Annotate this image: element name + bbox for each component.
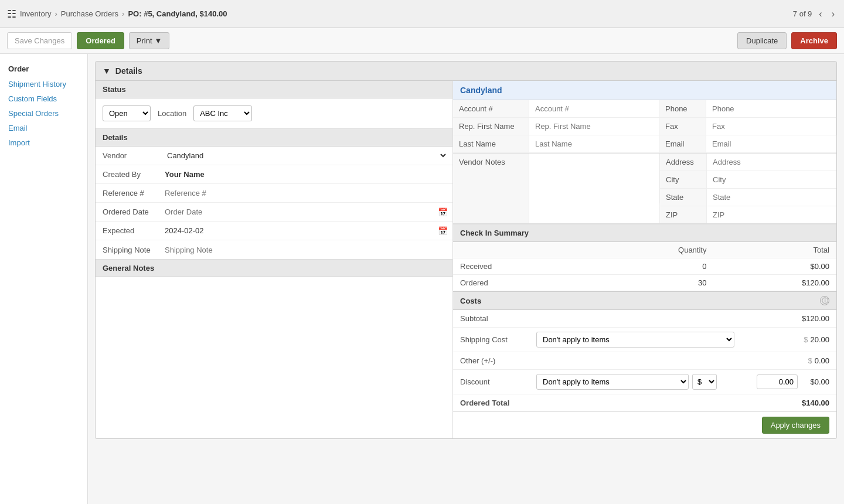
discount-type-select[interactable]: $ % bbox=[692, 374, 717, 390]
fax-label: Fax bbox=[659, 118, 706, 135]
address-section: Address City bbox=[659, 154, 836, 223]
state-input[interactable] bbox=[713, 193, 811, 202]
subtotal-row: Subtotal $120.00 bbox=[453, 310, 836, 328]
discount-controls-cell: Don't apply to items Apply to items $ % bbox=[529, 370, 741, 394]
sidebar-item-shipment-history[interactable]: Shipment History bbox=[0, 77, 87, 91]
other-spacer bbox=[529, 352, 741, 370]
shipping-amount: 20.00 bbox=[810, 335, 829, 344]
nav-prev-button[interactable]: ‹ bbox=[816, 8, 824, 21]
shipping-note-row: Shipping Note bbox=[96, 240, 452, 259]
shipping-amount-cell: $ 20.00 bbox=[741, 328, 836, 352]
save-changes-button[interactable]: Save Changes bbox=[7, 32, 72, 49]
lastname-value bbox=[529, 135, 659, 153]
sidebar-item-email[interactable]: Email bbox=[0, 121, 87, 135]
top-bar: ☷ Inventory › Purchase Orders › PO: #5, … bbox=[0, 0, 844, 28]
checkin-ordered-quantity: 30 bbox=[588, 275, 714, 291]
rep-firstname-input[interactable] bbox=[535, 122, 653, 131]
status-row: Open Closed Pending Location ABC Inc Mai… bbox=[103, 105, 445, 121]
expected-calendar-icon[interactable]: 📅 bbox=[438, 226, 448, 236]
costs-header: Costs ⓘ bbox=[453, 291, 836, 310]
sidebar-item-import[interactable]: Import bbox=[0, 135, 87, 150]
breadcrumb-sep-1: › bbox=[55, 9, 57, 18]
city-row: City bbox=[660, 171, 836, 189]
rep-firstname-value bbox=[529, 118, 659, 135]
vendor-select[interactable]: Candyland bbox=[165, 151, 448, 161]
ordered-date-input[interactable] bbox=[165, 207, 434, 216]
checkin-received-row: Received 0 $0.00 bbox=[453, 258, 836, 275]
ordered-date-calendar-icon[interactable]: 📅 bbox=[438, 207, 448, 217]
subtotal-spacer bbox=[529, 310, 741, 328]
sidebar-item-custom-fields[interactable]: Custom Fields bbox=[0, 91, 87, 106]
rep-firstname-label: Rep. First Name bbox=[453, 118, 529, 135]
shipping-select[interactable]: Don't apply to items Apply to items bbox=[536, 332, 734, 348]
expected-value: 📅 bbox=[160, 223, 452, 239]
created-by-value: Your Name bbox=[160, 167, 452, 182]
vendor-notes-textarea[interactable] bbox=[529, 154, 659, 203]
shipping-note-input[interactable] bbox=[165, 246, 448, 254]
other-amount-cell: $ 0.00 bbox=[741, 352, 836, 370]
state-value bbox=[707, 189, 817, 206]
location-select[interactable]: ABC Inc Main Warehouse bbox=[193, 105, 252, 121]
ordered-total-spacer bbox=[529, 394, 741, 412]
sidebar-item-special-orders[interactable]: Special Orders bbox=[0, 106, 87, 121]
details-card: ▼ Details Status Open Closed Pending bbox=[95, 61, 837, 439]
ordered-button[interactable]: Ordered bbox=[77, 32, 124, 49]
expected-input[interactable] bbox=[165, 226, 434, 235]
nav-position: 7 of 9 bbox=[793, 9, 812, 18]
email-input[interactable] bbox=[712, 139, 831, 148]
other-label: Other (+/-) bbox=[453, 352, 529, 370]
lastname-label: Last Name bbox=[453, 135, 529, 153]
discount-method-select[interactable]: Don't apply to items Apply to items bbox=[536, 374, 689, 390]
apply-changes-button[interactable]: Apply changes bbox=[762, 417, 829, 434]
reference-input[interactable] bbox=[165, 189, 448, 197]
checkin-col-total: Total bbox=[713, 242, 836, 258]
account-input[interactable] bbox=[535, 104, 653, 113]
created-by-label: Created By bbox=[96, 166, 160, 182]
shipping-row: Shipping Cost Don't apply to items Apply… bbox=[453, 328, 836, 352]
apply-row: Apply changes bbox=[453, 412, 836, 439]
lastname-input[interactable] bbox=[535, 139, 653, 148]
print-button[interactable]: Print ▼ bbox=[129, 32, 170, 49]
expected-row: Expected 📅 bbox=[96, 222, 452, 240]
other-amount: 0.00 bbox=[815, 356, 829, 365]
details-body: Status Open Closed Pending Location ABC … bbox=[96, 81, 836, 438]
vendor-row: Vendor Candyland bbox=[96, 147, 452, 165]
email-label: Email bbox=[659, 135, 706, 153]
address-input[interactable] bbox=[713, 158, 811, 166]
zip-row: ZIP bbox=[660, 206, 836, 223]
vendor-value: Candyland bbox=[160, 148, 452, 164]
collapse-icon: ▼ bbox=[103, 66, 111, 76]
address-value bbox=[707, 154, 817, 171]
other-dollar-sign: $ bbox=[808, 356, 812, 365]
details-form-header: Details bbox=[96, 129, 452, 147]
address-row: Address bbox=[660, 154, 836, 171]
details-header[interactable]: ▼ Details bbox=[96, 62, 836, 81]
costs-table: Subtotal $120.00 Shipping Cost Don't app… bbox=[453, 310, 836, 438]
general-notes-textarea[interactable] bbox=[96, 277, 452, 330]
zip-input[interactable] bbox=[713, 210, 811, 219]
sidebar: Order Shipment History Custom Fields Spe… bbox=[0, 54, 88, 504]
status-select[interactable]: Open Closed Pending bbox=[103, 105, 151, 121]
breadcrumb-purchase-orders[interactable]: Purchase Orders bbox=[61, 9, 118, 18]
subtotal-label: Subtotal bbox=[453, 310, 529, 328]
sidebar-section-title: Order bbox=[0, 61, 87, 77]
ordered-total-value: $140.00 bbox=[741, 394, 836, 412]
phone-label: Phone bbox=[659, 100, 706, 118]
print-chevron-icon: ▼ bbox=[155, 36, 162, 45]
breadcrumb-inventory[interactable]: Inventory bbox=[20, 9, 51, 18]
archive-button[interactable]: Archive bbox=[791, 32, 837, 49]
fax-input[interactable] bbox=[712, 122, 830, 131]
zip-value bbox=[707, 206, 817, 223]
subtotal-value: $120.00 bbox=[741, 310, 836, 328]
city-input[interactable] bbox=[713, 175, 811, 184]
discount-total: $0.00 bbox=[800, 377, 829, 386]
phone-input[interactable] bbox=[712, 104, 830, 113]
duplicate-button[interactable]: Duplicate bbox=[737, 32, 787, 49]
checkin-table: Quantity Total Received 0 $0.00 bbox=[453, 242, 836, 291]
shipping-note-value bbox=[160, 243, 452, 257]
discount-amount-input[interactable] bbox=[757, 374, 798, 389]
expected-label: Expected bbox=[96, 223, 160, 239]
costs-info-icon[interactable]: ⓘ bbox=[820, 296, 829, 305]
nav-next-button[interactable]: › bbox=[829, 8, 837, 21]
checkin-section: Check In Summary Quantity Total bbox=[453, 224, 836, 291]
